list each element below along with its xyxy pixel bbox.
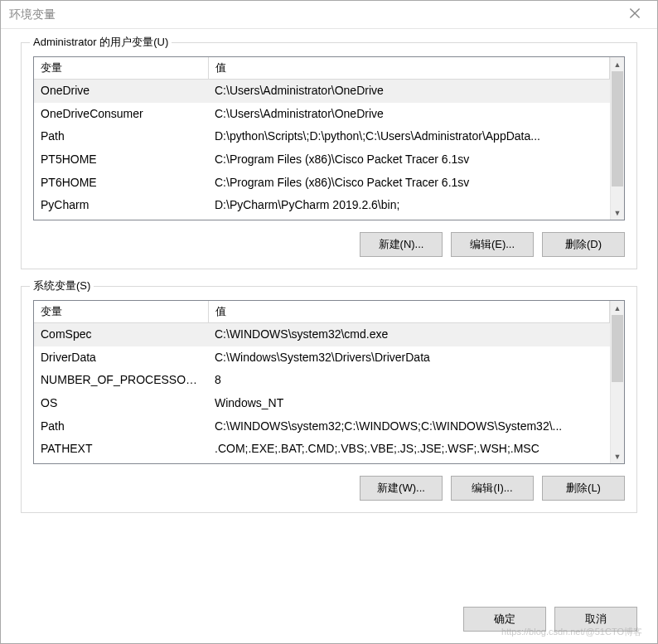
env-vars-dialog: 环境变量 Administrator 的用户变量(U) 变量 值 — [0, 0, 658, 644]
table-row[interactable]: ComSpecC:\WINDOWS\system32\cmd.exe — [34, 323, 610, 346]
var-name-cell: Path — [34, 415, 208, 438]
var-name-cell: OneDriveConsumer — [34, 103, 208, 126]
system-new-button[interactable]: 新建(W)... — [360, 476, 443, 501]
system-vars-buttons: 新建(W)... 编辑(I)... 删除(L) — [33, 476, 625, 501]
var-name-cell: TEMP — [34, 217, 208, 220]
table-row[interactable]: PT6HOMEC:\Program Files (x86)\Cisco Pack… — [34, 172, 610, 195]
scroll-up-icon[interactable]: ▲ — [611, 57, 624, 71]
var-name-cell: DriverData — [34, 346, 208, 370]
var-name-cell: PROCESSOR_ARCHITECTURE — [34, 461, 208, 463]
user-vars-group: Administrator 的用户变量(U) 变量 值 OneDriveC:\U… — [21, 42, 637, 269]
system-vars-table-wrap: 变量 值 ComSpecC:\WINDOWS\system32\cmd.exeD… — [33, 300, 625, 464]
window-title: 环境变量 — [9, 7, 56, 22]
table-row[interactable]: OSWindows_NT — [34, 392, 610, 415]
var-value-cell: C:\WINDOWS\system32\cmd.exe — [208, 323, 610, 346]
table-row[interactable]: OneDriveConsumerC:\Users\Administrator\O… — [34, 103, 610, 126]
system-vars-scrollbar[interactable]: ▲ ▼ — [610, 301, 624, 463]
var-name-cell: OneDrive — [34, 80, 208, 103]
table-row[interactable]: TEMPC:\Users\Administrator\AppData\Local… — [34, 217, 610, 220]
ok-button[interactable]: 确定 — [463, 607, 546, 632]
scroll-track[interactable] — [611, 315, 624, 449]
table-row[interactable]: PATHEXT.COM;.EXE;.BAT;.CMD;.VBS;.VBE;.JS… — [34, 438, 610, 461]
user-vars-table-scroll[interactable]: 变量 值 OneDriveC:\Users\Administrator\OneD… — [34, 57, 610, 220]
table-row[interactable]: PathC:\WINDOWS\system32;C:\WINDOWS;C:\WI… — [34, 415, 610, 438]
scroll-track[interactable] — [611, 71, 624, 206]
var-name-cell: PT6HOME — [34, 172, 208, 195]
system-delete-button[interactable]: 删除(L) — [542, 476, 625, 501]
user-edit-button[interactable]: 编辑(E)... — [451, 232, 534, 257]
col-header-variable[interactable]: 变量 — [34, 301, 208, 323]
var-value-cell: C:\Windows\System32\Drivers\DriverData — [208, 346, 610, 370]
scroll-thumb[interactable] — [612, 71, 623, 186]
col-header-value[interactable]: 值 — [208, 301, 610, 323]
table-row[interactable]: NUMBER_OF_PROCESSORS8 — [34, 369, 610, 392]
system-vars-table: 变量 值 ComSpecC:\WINDOWS\system32\cmd.exeD… — [34, 301, 610, 463]
var-value-cell: C:\Users\Administrator\OneDrive — [208, 103, 610, 126]
var-value-cell: C:\Program Files (x86)\Cisco Packet Trac… — [208, 148, 610, 172]
var-value-cell: AMD64 — [208, 461, 610, 463]
var-name-cell: OS — [34, 392, 208, 415]
table-row[interactable]: PT5HOMEC:\Program Files (x86)\Cisco Pack… — [34, 148, 610, 172]
system-vars-table-scroll[interactable]: 变量 值 ComSpecC:\WINDOWS\system32\cmd.exeD… — [34, 301, 610, 463]
dialog-footer: 确定 取消 — [1, 602, 657, 643]
var-name-cell: PT5HOME — [34, 148, 208, 172]
var-value-cell: C:\WINDOWS\system32;C:\WINDOWS;C:\WINDOW… — [208, 415, 610, 438]
table-row[interactable]: PROCESSOR_ARCHITECTUREAMD64 — [34, 461, 610, 463]
var-value-cell: C:\Users\Administrator\OneDrive — [208, 80, 610, 103]
table-row[interactable]: OneDriveC:\Users\Administrator\OneDrive — [34, 80, 610, 103]
cancel-button[interactable]: 取消 — [554, 607, 637, 632]
scroll-down-icon[interactable]: ▼ — [611, 206, 624, 220]
scroll-down-icon[interactable]: ▼ — [611, 449, 624, 463]
user-vars-scrollbar[interactable]: ▲ ▼ — [610, 57, 624, 220]
var-value-cell: Windows_NT — [208, 392, 610, 415]
table-row[interactable]: PathD:\python\Scripts\;D:\python\;C:\Use… — [34, 125, 610, 148]
dialog-content: Administrator 的用户变量(U) 变量 值 OneDriveC:\U… — [1, 29, 657, 602]
table-row[interactable]: PyCharmD:\PyCharm\PyCharm 2019.2.6\bin; — [34, 194, 610, 217]
user-vars-buttons: 新建(N)... 编辑(E)... 删除(D) — [33, 232, 625, 257]
var-name-cell: Path — [34, 125, 208, 148]
system-edit-button[interactable]: 编辑(I)... — [451, 476, 534, 501]
user-vars-table-wrap: 变量 值 OneDriveC:\Users\Administrator\OneD… — [33, 56, 625, 220]
col-header-value[interactable]: 值 — [208, 57, 610, 80]
user-vars-title: Administrator 的用户变量(U) — [30, 35, 172, 50]
var-value-cell: D:\python\Scripts\;D:\python\;C:\Users\A… — [208, 125, 610, 148]
system-vars-title: 系统变量(S) — [30, 278, 94, 293]
var-name-cell: ComSpec — [34, 323, 208, 346]
scroll-up-icon[interactable]: ▲ — [611, 301, 624, 315]
titlebar: 环境变量 — [1, 1, 657, 29]
user-vars-table: 变量 值 OneDriveC:\Users\Administrator\OneD… — [34, 57, 610, 220]
col-header-variable[interactable]: 变量 — [34, 57, 208, 80]
var-value-cell: C:\Users\Administrator\AppData\Local\Tem… — [208, 217, 610, 220]
close-icon[interactable] — [629, 7, 644, 22]
var-value-cell: 8 — [208, 369, 610, 392]
var-name-cell: PATHEXT — [34, 438, 208, 461]
var-value-cell: .COM;.EXE;.BAT;.CMD;.VBS;.VBE;.JS;.JSE;.… — [208, 438, 610, 461]
user-delete-button[interactable]: 删除(D) — [542, 232, 625, 257]
var-name-cell: NUMBER_OF_PROCESSORS — [34, 369, 208, 392]
system-vars-group: 系统变量(S) 变量 值 ComSpecC:\WINDOWS\system32\… — [21, 286, 637, 513]
user-new-button[interactable]: 新建(N)... — [360, 232, 443, 257]
var-value-cell: D:\PyCharm\PyCharm 2019.2.6\bin; — [208, 194, 610, 217]
scroll-thumb[interactable] — [612, 315, 623, 382]
var-value-cell: C:\Program Files (x86)\Cisco Packet Trac… — [208, 172, 610, 195]
var-name-cell: PyCharm — [34, 194, 208, 217]
table-row[interactable]: DriverDataC:\Windows\System32\Drivers\Dr… — [34, 346, 610, 370]
